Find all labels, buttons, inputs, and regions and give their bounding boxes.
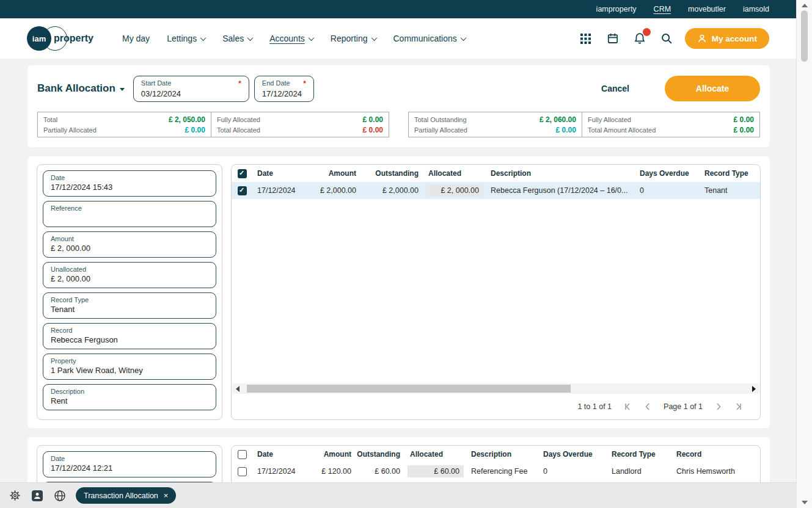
summary-total-outstanding-value: £ 2, 060.00 [540, 115, 576, 124]
topbar-link-movebutler[interactable]: movebutler [688, 5, 726, 13]
field-record-type[interactable]: Record Type Tenant [43, 292, 216, 319]
col-header-record-type[interactable]: Record Type [700, 165, 760, 182]
col-header-date[interactable]: Date [252, 446, 305, 463]
col-header-days-overdue[interactable]: Days Overdue [635, 165, 700, 182]
nav-accounts-label: Accounts [269, 34, 305, 43]
summary-row: Total£ 2, 050.00 Partially Allocated£ 0.… [37, 112, 760, 137]
transaction-allocation-tab[interactable]: Transaction Allocation × [76, 487, 176, 504]
end-date-value: 17/12/2024 [262, 89, 306, 98]
globe-icon[interactable] [53, 489, 67, 503]
scroll-right-arrow-icon[interactable] [752, 386, 756, 392]
main-nav: My day Lettings Sales Accounts Reporting… [122, 34, 466, 43]
scroll-up-arrow-icon[interactable] [802, 4, 808, 7]
col-header-date[interactable]: Date [252, 165, 307, 182]
vertical-scrollbar[interactable] [796, 0, 812, 508]
end-date-label: End Date [262, 79, 290, 87]
page-title[interactable]: Bank Allocation [37, 82, 125, 95]
transaction-section-1: Date 17/12/2024 15:43 Reference Amount £… [27, 156, 770, 428]
nav-lettings[interactable]: Lettings [167, 34, 205, 43]
table-row[interactable]: 17/12/2024 £ 2,000.00 £ 2,000.00 £ 2, 00… [232, 182, 760, 199]
field-unallocated-label: Unallocated [51, 266, 86, 273]
nav-accounts[interactable]: Accounts [269, 34, 313, 43]
first-page-button[interactable] [623, 402, 632, 411]
vertical-scrollbar-thumb[interactable] [801, 10, 808, 62]
row-checkbox[interactable] [238, 467, 247, 476]
bank-allocation-toolbar: Bank Allocation Start Date * 03/12/2024 … [27, 65, 770, 147]
field-record[interactable]: Record Rebecca Ferguson [43, 323, 216, 349]
cell-record-type: Landlord [607, 463, 671, 480]
scroll-down-arrow-icon[interactable] [802, 501, 808, 504]
cancel-button[interactable]: Cancel [601, 84, 629, 93]
last-page-button[interactable] [734, 402, 743, 411]
field-date-value: 17/12/2024 15:43 [51, 183, 208, 192]
iamproperty-logo[interactable]: iam property [27, 26, 95, 51]
col-header-outstanding[interactable]: Outstanding [356, 446, 405, 463]
header-checkbox[interactable] [238, 450, 247, 459]
chevron-down-icon [308, 35, 314, 41]
next-page-button[interactable] [714, 402, 723, 411]
search-icon[interactable] [659, 31, 674, 46]
col-header-days-overdue[interactable]: Days Overdue [538, 446, 607, 463]
col-header-allocated[interactable]: Allocated [423, 165, 486, 182]
nav-my-day[interactable]: My day [122, 34, 150, 43]
start-date-field[interactable]: Start Date * 03/12/2024 [133, 76, 249, 102]
start-date-label: Start Date [141, 79, 172, 87]
horizontal-scrollbar[interactable] [232, 383, 759, 394]
previous-page-button[interactable] [643, 402, 652, 411]
field-reference[interactable]: Reference [43, 201, 216, 227]
field-unallocated-value: £ 2, 000.00 [51, 274, 208, 283]
bottom-dock: Transaction Allocation × [0, 482, 796, 508]
table-row[interactable]: 17/12/2024 £ 120.00 £ 60.00 £ 60.00 Refe… [232, 463, 760, 480]
allocated-amount-input[interactable]: £ 60.00 [408, 465, 464, 477]
cell-outstanding: £ 2,000.00 [361, 182, 423, 199]
nav-reporting[interactable]: Reporting [331, 34, 376, 43]
col-header-record[interactable]: Record [671, 446, 760, 463]
cell-amount: £ 120.00 [305, 463, 356, 480]
end-date-field[interactable]: End Date * 17/12/2024 [254, 76, 314, 102]
field-record-label: Record [51, 327, 72, 334]
nav-my-day-label: My day [122, 34, 150, 43]
col-header-record-type[interactable]: Record Type [607, 446, 671, 463]
apps-grid-icon[interactable] [579, 31, 593, 46]
header-checkbox[interactable] [238, 169, 247, 178]
col-header-amount[interactable]: Amount [307, 165, 361, 182]
col-header-description[interactable]: Description [486, 165, 635, 182]
field-description-value: Rent [51, 396, 208, 405]
allocate-button[interactable]: Allocate [665, 76, 760, 101]
nav-sales-label: Sales [222, 34, 244, 43]
cell-description: Rebecca Ferguson (17/12/2024 – 16/0... [486, 182, 635, 199]
calendar-icon[interactable] [605, 31, 620, 46]
field-unallocated[interactable]: Unallocated £ 2, 000.00 [43, 262, 216, 288]
settings-gear-icon[interactable] [8, 489, 21, 503]
col-header-allocated[interactable]: Allocated [405, 446, 466, 463]
col-header-outstanding[interactable]: Outstanding [361, 165, 423, 182]
summary-partially-allocated-value: £ 0.00 [185, 126, 205, 134]
notifications-bell-icon[interactable] [632, 31, 647, 46]
topbar-link-iamsold[interactable]: iamsold [743, 5, 769, 13]
row-checkbox[interactable] [238, 186, 247, 195]
field-property[interactable]: Property 1 Park View Road, Witney [43, 354, 216, 380]
nav-sales[interactable]: Sales [222, 34, 252, 43]
field-amount[interactable]: Amount £ 2, 000.00 [43, 231, 216, 258]
my-account-button[interactable]: My account [685, 28, 769, 49]
cell-date: 17/12/2024 [252, 463, 305, 480]
field-record-value: Rebecca Ferguson [51, 335, 208, 344]
field-description[interactable]: Description Rent [43, 384, 216, 410]
summary-partially-allocated-value: £ 0.00 [556, 126, 576, 134]
field-date[interactable]: Date 17/12/2024 12:21 [43, 451, 216, 477]
start-date-value: 03/12/2024 [141, 89, 241, 98]
pagination-page-label: Page 1 of 1 [664, 402, 703, 411]
field-amount-label: Amount [51, 235, 74, 242]
col-header-amount[interactable]: Amount [305, 446, 356, 463]
app-tile-icon[interactable] [31, 489, 44, 503]
topbar-link-crm[interactable]: CRM [654, 5, 671, 13]
col-header-description[interactable]: Description [466, 446, 538, 463]
close-icon[interactable]: × [164, 491, 169, 500]
allocated-amount-input[interactable]: £ 2, 000.00 [426, 184, 483, 197]
horizontal-scrollbar-thumb[interactable] [247, 385, 571, 393]
scroll-left-arrow-icon[interactable] [236, 386, 240, 392]
topbar-link-iamproperty[interactable]: iamproperty [596, 5, 637, 13]
field-date[interactable]: Date 17/12/2024 15:43 [43, 170, 216, 197]
cell-record: Chris Hemsworth [671, 463, 760, 480]
nav-communications[interactable]: Communications [393, 34, 466, 43]
